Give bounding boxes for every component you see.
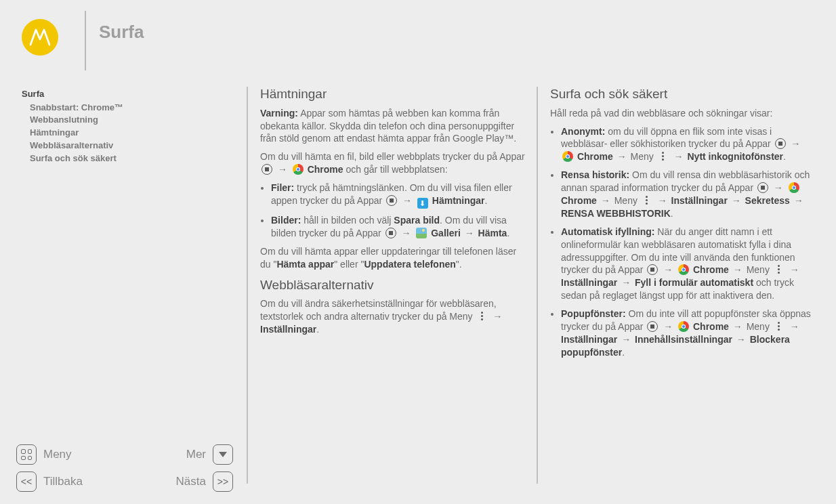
chrome-icon: [678, 264, 689, 275]
menu-dots-icon: [476, 311, 487, 322]
arrow-icon: →: [656, 195, 669, 206]
list-item-autofill: Automatisk ifyllning: När du anger ditt …: [561, 226, 818, 302]
menu-dots-icon: [774, 321, 785, 332]
list-item-anonymous: Anonymt: om du vill öppna en flik som in…: [561, 125, 818, 164]
browser-options-paragraph: Om du vill ändra säkerhetsinställningar …: [260, 297, 528, 336]
nav-item-browser-options[interactable]: Webbläsaralternativ: [30, 140, 225, 152]
chrome-icon: [789, 182, 799, 193]
arrow-icon: →: [463, 228, 476, 238]
arrow-icon: →: [620, 334, 632, 345]
chrome-icon: [293, 164, 304, 175]
heading-safe-browse: Surfa och sök säkert: [550, 85, 818, 103]
arrow-icon: →: [789, 264, 801, 275]
gallery-icon: [416, 228, 427, 238]
menu-dots-icon: [774, 264, 785, 275]
nav-item-downloads[interactable]: Hämtningar: [30, 127, 225, 140]
motorola-m-icon: [28, 26, 51, 49]
next-button[interactable]: >>: [213, 471, 233, 492]
arrow-icon: →: [662, 264, 674, 275]
arrow-icon: →: [600, 195, 612, 206]
arrow-icon: →: [730, 195, 743, 206]
menu-dots-icon: [642, 195, 652, 206]
arrow-icon: →: [400, 228, 412, 238]
safe-list: Anonymt: om du vill öppna en flik som in…: [550, 125, 818, 359]
content-column-1: Hämtningar Varning: Appar som hämtas på …: [260, 84, 528, 341]
list-item-clear-history: Rensa historik: Om du vill rensa din web…: [561, 169, 818, 220]
download-apps-paragraph: Om du vill hämta appar eller uppdatering…: [260, 245, 528, 271]
back-label: Tillbaka: [43, 474, 83, 490]
arrow-icon: →: [732, 264, 744, 275]
menu-label: Meny: [43, 447, 72, 463]
title-divider: [85, 11, 86, 70]
arrow-icon: →: [276, 164, 289, 175]
chrome-icon: [562, 151, 573, 162]
list-item-popups: Popupfönster: Om du inte vill att popupf…: [561, 308, 818, 359]
back-button[interactable]: <<: [16, 471, 37, 492]
more-button[interactable]: [213, 444, 233, 465]
heading-browser-options: Webbläsaralternativ: [260, 276, 528, 294]
apps-icon: [647, 321, 658, 332]
column-divider-1: [247, 87, 248, 484]
apps-icon: [647, 264, 658, 275]
warning-paragraph: Varning: Appar som hämtas på webben kan …: [260, 107, 528, 146]
nav-item-safe-browse[interactable]: Surfa och sök säkert: [30, 152, 225, 165]
next-label: Nästa: [176, 474, 206, 490]
download-list: Filer: tryck på hämtningslänken. Om du v…: [260, 182, 528, 240]
heading-downloads: Hämtningar: [260, 85, 528, 103]
chrome-icon: [678, 321, 689, 332]
chevron-down-icon: [219, 452, 227, 457]
section-nav: Surfa Snabbstart: Chrome™ Webbanslutning…: [22, 88, 225, 165]
apps-icon: [757, 182, 768, 193]
arrow-icon: →: [616, 151, 628, 162]
more-label: Mer: [186, 447, 206, 463]
arrow-icon: →: [401, 195, 413, 206]
page: Surfa Surfa Snabbstart: Chrome™ Webbansl…: [0, 0, 836, 504]
apps-icon: [262, 164, 272, 175]
menu-dots-icon: [658, 151, 669, 162]
menu-button[interactable]: [16, 444, 37, 465]
warning-label: Varning:: [260, 108, 298, 119]
list-item-files: Filer: tryck på hämtningslänken. Om du v…: [271, 182, 528, 209]
column-divider-2: [537, 87, 538, 484]
page-title: Surfa: [99, 20, 144, 44]
arrow-icon: →: [732, 321, 744, 332]
arrow-icon: →: [789, 321, 801, 332]
download-icon: ⬇: [417, 198, 428, 209]
safe-intro: Håll reda på vad din webbläsare och sökn…: [550, 107, 818, 120]
grid-icon: [21, 449, 32, 460]
arrow-icon: →: [673, 151, 685, 162]
arrow-icon: →: [793, 195, 805, 206]
arrow-icon: →: [620, 277, 632, 288]
list-item-images: Bilder: håll in bilden och välj Spara bi…: [271, 214, 528, 240]
arrow-icon: →: [772, 182, 785, 193]
nav-heading: Surfa: [22, 88, 225, 100]
arrow-icon: →: [491, 311, 503, 322]
apps-icon: [775, 138, 786, 149]
apps-icon: [385, 228, 396, 238]
nav-item-connection[interactable]: Webbanslutning: [30, 114, 225, 127]
arrow-icon: →: [735, 334, 747, 345]
content-column-2: Surfa och sök säkert Håll reda på vad di…: [550, 84, 818, 364]
nav-item-quickstart[interactable]: Snabbstart: Chrome™: [30, 102, 225, 114]
arrow-icon: →: [662, 321, 674, 332]
arrow-icon: →: [789, 138, 801, 149]
footer-nav: Meny Mer << Tillbaka Nästa >>: [16, 438, 233, 492]
brand-logo: [22, 19, 58, 56]
apps-icon: [386, 195, 397, 206]
download-intro-paragraph: Om du vill hämta en fil, bild eller webb…: [260, 150, 528, 176]
